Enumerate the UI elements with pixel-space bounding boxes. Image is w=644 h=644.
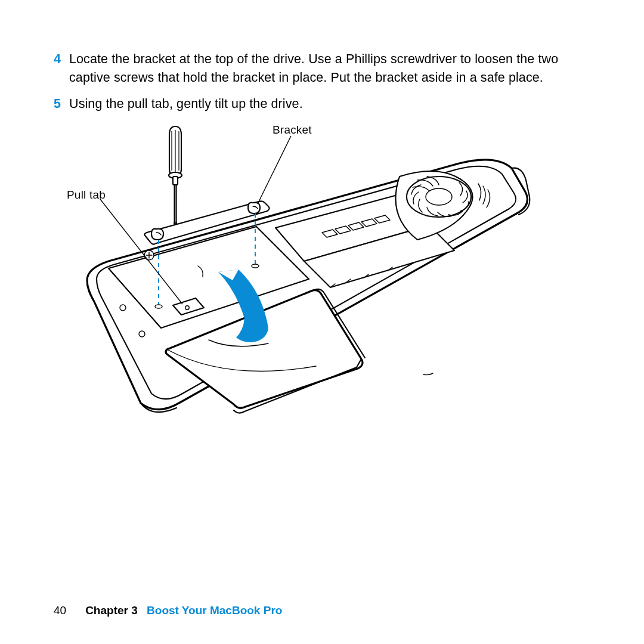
label-bracket: Bracket <box>273 123 312 137</box>
figure-labels: Bracket Pull tab <box>0 0 644 644</box>
page-footer: 40 Chapter 3 Boost Your MacBook Pro <box>54 604 282 617</box>
chapter-title: Boost Your MacBook Pro <box>147 604 282 617</box>
page-number: 40 <box>54 604 66 617</box>
manual-page: 4 Locate the bracket at the top of the d… <box>0 0 644 644</box>
label-pulltab: Pull tab <box>67 188 106 202</box>
chapter-reference: Chapter 3 Boost Your MacBook Pro <box>85 604 282 617</box>
chapter-label: Chapter 3 <box>85 604 138 617</box>
